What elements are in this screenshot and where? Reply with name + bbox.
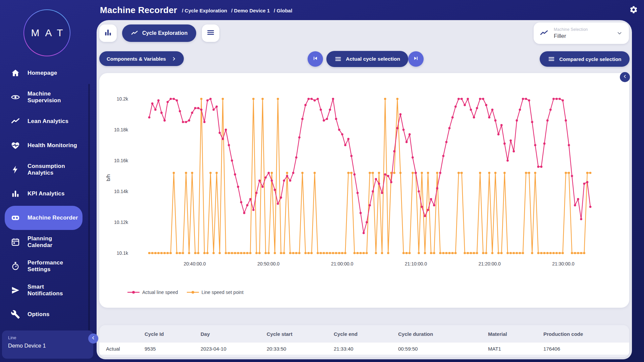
chevron-right-icon <box>171 56 176 61</box>
breadcrumb: / Cycle Exploration/ Demo Device 1/ Glob… <box>182 8 292 13</box>
sidebar-item-homepage[interactable]: Homepage <box>5 61 83 85</box>
recorder-icon <box>11 213 20 223</box>
trend-icon <box>131 29 138 37</box>
table-cell-cycle-start: 20:33:50 <box>267 346 334 352</box>
table-header-cycle-id: Cycle Id <box>145 331 201 337</box>
sidebar-item-machine-recorder[interactable]: Machine Recorder <box>5 206 83 230</box>
svg-text:10.18k: 10.18k <box>114 127 128 132</box>
sidebar-item-consumption-analytics[interactable]: Consumption Analytics <box>5 158 83 182</box>
wrench-icon <box>11 310 20 319</box>
legend-swatch <box>187 290 199 294</box>
actual-cycle-selection-label: Actual cycle selection <box>346 56 400 62</box>
settings-button[interactable] <box>629 5 638 14</box>
trend-icon <box>540 29 548 38</box>
svg-text:21:30:00.0: 21:30:00.0 <box>552 261 574 266</box>
sidebar-item-label: Machine Recorder <box>28 215 78 221</box>
svg-text:20:40:00.0: 20:40:00.0 <box>183 261 206 266</box>
svg-text:10.14k: 10.14k <box>114 189 128 194</box>
bar-view-button[interactable] <box>99 24 117 42</box>
sidebar-item-options[interactable]: Options <box>5 302 83 326</box>
chart-legend: Actual line speed Line speed set point <box>127 290 244 295</box>
bolt-icon <box>11 165 20 174</box>
chevron-left-icon <box>623 74 627 80</box>
table-header-cycle-end: Cycle end <box>334 331 398 337</box>
table-cell-material: MAT1 <box>488 346 543 352</box>
breadcrumb-item[interactable]: / Demo Device 1 <box>231 8 270 13</box>
table-header-material: Material <box>488 331 543 337</box>
table-cell-day: 2023-04-10 <box>201 346 267 352</box>
sidebar-item-lean-analytics[interactable]: Lean Analytics <box>5 109 83 133</box>
line-label: Line <box>8 335 87 340</box>
sidebar-item-kpi-analytics[interactable]: KPI Analytics <box>5 182 83 206</box>
cycle-chart-card: 10.1k10.12k10.14k10.16k10.18k10.2k20:40:… <box>99 73 629 308</box>
menu-icon <box>548 55 555 63</box>
table-header-cycle-start: Cycle start <box>267 331 334 337</box>
send-icon <box>11 286 20 295</box>
previous-cycle-button[interactable] <box>308 51 323 67</box>
sidebar-item-label: Health Monitoring <box>28 142 77 149</box>
sidebar-item-label: Options <box>28 311 50 318</box>
machine-selection-label: Machine Selection <box>554 27 588 32</box>
svg-text:10.2k: 10.2k <box>117 96 128 102</box>
machine-selection-value: Filler <box>554 33 588 40</box>
legend-item[interactable]: Actual line speed <box>127 290 178 295</box>
bar-chart-icon <box>11 189 20 198</box>
svg-text:21:20:00.0: 21:20:00.0 <box>479 261 501 266</box>
sidebar-item-machine-supervision[interactable]: Machine Supervision <box>5 85 83 109</box>
logo-text: MAT <box>31 27 68 39</box>
table-cell-cycle-duration: 00:59:50 <box>398 346 488 352</box>
sidebar-nav: HomepageMachine SupervisionLean Analytic… <box>0 61 94 326</box>
next-cycle-button[interactable] <box>408 51 424 67</box>
trend-icon <box>11 117 20 126</box>
sidebar-scrollbar[interactable] <box>88 84 90 330</box>
svg-text:10.12k: 10.12k <box>114 220 128 225</box>
compared-cycle-selection-label: Compared cycle selection <box>559 56 621 62</box>
cycle-exploration-tab[interactable]: Cycle Exploration <box>122 24 196 42</box>
legend-item[interactable]: Line speed set point <box>187 290 244 295</box>
skip-previous-icon <box>312 55 319 63</box>
cycle-info-table: Cycle IdDayCycle startCycle endCycle dur… <box>99 325 629 357</box>
table-cell-production-code: 176406 <box>543 346 629 352</box>
legend-label: Actual line speed <box>142 290 178 295</box>
calendar-icon <box>11 237 20 247</box>
sidebar-item-performance-settings[interactable]: Performance Settings <box>5 254 83 278</box>
actual-cycle-selection-button[interactable]: Actual cycle selection <box>326 51 408 67</box>
svg-text:10.16k: 10.16k <box>114 158 128 163</box>
sidebar-item-label: Machine Supervision <box>28 90 61 104</box>
sidebar-collapse-button[interactable] <box>88 334 98 344</box>
sidebar-item-label: Planning Calendar <box>28 235 52 249</box>
table-header-production-code: Production code <box>543 331 629 337</box>
compared-cycle-selection-button[interactable]: Compared cycle selection <box>540 51 630 67</box>
chevron-down-icon <box>616 30 623 37</box>
table-cell-cycle-end: 21:33:40 <box>334 346 398 352</box>
table-row-label: Actual <box>106 346 145 352</box>
svg-text:21:00:00.0: 21:00:00.0 <box>331 261 353 266</box>
breadcrumb-item[interactable]: / Global <box>274 8 292 13</box>
skip-next-icon <box>413 55 419 63</box>
gear-icon <box>629 9 638 15</box>
sidebar-item-label: Performance Settings <box>28 259 63 273</box>
page-header: Machine Recorder / Cycle Exploration/ De… <box>100 0 292 20</box>
sidebar-item-label: Homepage <box>28 70 57 76</box>
line-selector-card[interactable]: Line Demo Device 1 <box>2 330 93 359</box>
eye-icon <box>11 93 20 102</box>
sidebar-item-label: Smart Notifications <box>28 284 63 297</box>
breadcrumb-item[interactable]: / Cycle Exploration <box>182 8 227 13</box>
heart-pulse-icon <box>11 141 20 150</box>
menu-view-button[interactable] <box>202 24 219 42</box>
sidebar: MAT HomepageMachine SupervisionLean Anal… <box>0 0 94 362</box>
machine-selection-dropdown[interactable]: Machine Selection Filler <box>534 22 629 44</box>
table-header-row: Cycle IdDayCycle startCycle endCycle dur… <box>99 325 629 343</box>
svg-text:10.1k: 10.1k <box>117 250 128 256</box>
table-header-day: Day <box>201 331 267 337</box>
sidebar-item-planning-calendar[interactable]: Planning Calendar <box>5 230 83 254</box>
svg-text:20:50:00.0: 20:50:00.0 <box>257 261 279 266</box>
components-variables-button[interactable]: Components & Variables <box>99 51 184 66</box>
sidebar-item-smart-notifications[interactable]: Smart Notifications <box>5 278 83 302</box>
home-icon <box>11 68 20 78</box>
page-title: Machine Recorder <box>100 5 177 15</box>
sidebar-item-health-monitoring[interactable]: Health Monitoring <box>5 133 83 158</box>
line-speed-chart[interactable]: 10.1k10.12k10.14k10.16k10.18k10.2k20:40:… <box>99 73 629 308</box>
chart-collapse-button[interactable] <box>620 72 630 82</box>
app-logo: MAT <box>23 9 70 56</box>
